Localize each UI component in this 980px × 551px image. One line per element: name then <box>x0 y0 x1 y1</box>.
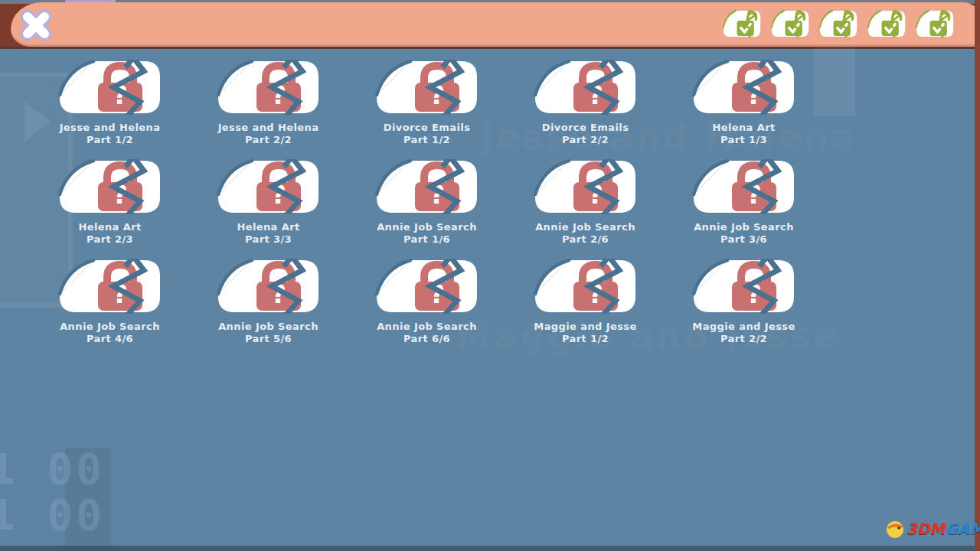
unlocked-file-icon[interactable] <box>916 10 954 37</box>
tile-part: Part 5/6 <box>218 333 318 345</box>
unlocked-file-icon[interactable] <box>771 10 809 37</box>
watermark-3dm: 3DM <box>906 520 945 538</box>
locked-file-tile[interactable]: Annie Job Search Part 2/6 <box>534 159 637 241</box>
locked-file-icon <box>217 60 320 115</box>
header-unlocked-icons <box>723 10 954 37</box>
locked-file-tile[interactable]: Annie Job Search Part 3/6 <box>692 159 795 241</box>
locked-file-icon <box>375 259 479 314</box>
locked-file-icon <box>534 259 637 314</box>
tile-label: Helena Art Part 2/3 <box>78 221 141 246</box>
tile-title: Maggie and Jesse <box>692 321 795 333</box>
backdrop-bottom-strip <box>0 546 980 551</box>
tile-part: Part 4/6 <box>60 333 160 345</box>
tile-part: Part 2/3 <box>78 233 141 246</box>
tile-title: Helena Art <box>78 221 141 233</box>
close-icon <box>18 8 54 42</box>
top-bar-divider <box>0 47 980 49</box>
game-screen: Jesse and Helena Maggie and Jesse 1 00 1… <box>0 0 980 551</box>
close-button[interactable] <box>18 8 54 42</box>
locked-file-icon <box>58 159 162 214</box>
locked-file-tile[interactable]: Divorce Emails Part 1/2 <box>375 60 479 142</box>
tile-label: Divorce Emails Part 1/2 <box>384 122 471 146</box>
tile-label: Annie Job Search Part 2/6 <box>535 221 635 246</box>
unlocked-file-icon[interactable] <box>867 10 906 37</box>
unlocked-file-icon[interactable] <box>723 10 761 37</box>
locked-file-icon <box>58 60 162 115</box>
ghost-digits-line2: 1 00 <box>0 490 105 540</box>
tile-title: Jesse and Helena <box>218 122 319 134</box>
tile-title: Annie Job Search <box>377 321 477 333</box>
tile-part: Part 1/2 <box>60 134 161 146</box>
tile-label: Helena Art Part 3/3 <box>237 221 299 246</box>
tile-part: Part 1/2 <box>534 333 636 345</box>
tile-part: Part 1/6 <box>377 233 477 246</box>
tile-title: Maggie and Jesse <box>534 321 636 333</box>
tile-title: Divorce Emails <box>542 122 629 134</box>
tile-part: Part 2/2 <box>692 333 795 345</box>
locked-file-icon <box>375 159 479 214</box>
locked-file-icon <box>217 159 320 214</box>
tile-title: Annie Job Search <box>60 321 160 333</box>
locked-file-tile[interactable]: Annie Job Search Part 4/6 <box>58 259 162 341</box>
locked-file-tile[interactable]: Helena Art Part 1/3 <box>692 60 795 142</box>
tile-part: Part 3/3 <box>237 233 299 246</box>
tile-part: Part 1/3 <box>712 134 775 146</box>
backdrop-right-red-strip <box>975 0 980 551</box>
locked-file-tile[interactable]: Helena Art Part 2/3 <box>58 159 162 241</box>
tile-label: Jesse and Helena Part 2/2 <box>218 122 319 146</box>
ghost-scroll-panel <box>814 47 855 116</box>
site-watermark: 3DMGAME <box>885 519 980 539</box>
tile-title: Annie Job Search <box>694 221 794 233</box>
locked-file-tile[interactable]: Annie Job Search Part 1/6 <box>375 159 479 241</box>
tile-part: Part 2/2 <box>542 134 629 146</box>
tiles-grid: Jesse and Helena Part 1/2 Jesse and Hele… <box>58 60 795 341</box>
tile-title: Divorce Emails <box>384 122 471 134</box>
tile-title: Annie Job Search <box>377 221 477 233</box>
ghost-play-icon <box>24 102 51 142</box>
ghost-digits-line1: 1 00 <box>0 444 105 494</box>
tile-label: Divorce Emails Part 2/2 <box>542 122 629 146</box>
locked-file-icon <box>217 259 320 314</box>
tile-label: Annie Job Search Part 4/6 <box>60 321 160 345</box>
locked-file-tile[interactable]: Maggie and Jesse Part 2/2 <box>692 259 795 341</box>
tile-part: Part 3/6 <box>694 233 794 246</box>
locked-file-icon <box>692 259 795 314</box>
locked-file-icon <box>692 60 795 115</box>
locked-file-icon <box>375 60 479 115</box>
chick-mascot-icon <box>885 519 906 539</box>
locked-file-icon <box>692 159 795 214</box>
tile-label: Annie Job Search Part 3/6 <box>694 221 794 246</box>
unlocked-file-icon[interactable] <box>819 10 858 37</box>
tile-part: Part 1/2 <box>384 134 471 146</box>
tile-label: Maggie and Jesse Part 1/2 <box>534 321 636 345</box>
locked-file-tile[interactable]: Helena Art Part 3/3 <box>217 159 320 241</box>
ghost-dark-panel <box>65 448 111 551</box>
tile-part: Part 2/2 <box>218 134 319 146</box>
tile-title: Jesse and Helena <box>60 122 161 134</box>
locked-file-tile[interactable]: Maggie and Jesse Part 1/2 <box>534 259 637 341</box>
tile-title: Annie Job Search <box>535 221 635 233</box>
tile-title: Helena Art <box>712 122 775 134</box>
tile-label: Helena Art Part 1/3 <box>712 122 775 146</box>
tile-label: Annie Job Search Part 6/6 <box>377 321 477 345</box>
tile-label: Annie Job Search Part 1/6 <box>377 221 477 246</box>
locked-file-tile[interactable]: Annie Job Search Part 5/6 <box>217 259 320 341</box>
tile-title: Annie Job Search <box>218 321 318 333</box>
watermark-game: GAME <box>945 520 980 538</box>
locked-file-icon <box>534 159 637 214</box>
locked-file-icon <box>58 259 162 314</box>
tile-label: Maggie and Jesse Part 2/2 <box>692 321 795 345</box>
tile-title: Helena Art <box>237 221 299 233</box>
locked-file-tile[interactable]: Divorce Emails Part 2/2 <box>534 60 637 142</box>
tile-label: Annie Job Search Part 5/6 <box>218 321 318 345</box>
tile-part: Part 6/6 <box>377 333 477 345</box>
locked-file-icon <box>534 60 637 115</box>
locked-file-tile[interactable]: Jesse and Helena Part 2/2 <box>217 60 320 142</box>
tile-label: Jesse and Helena Part 1/2 <box>60 122 161 146</box>
locked-file-tile[interactable]: Annie Job Search Part 6/6 <box>375 259 479 341</box>
locked-file-tile[interactable]: Jesse and Helena Part 1/2 <box>58 60 162 142</box>
tile-part: Part 2/6 <box>535 233 635 246</box>
